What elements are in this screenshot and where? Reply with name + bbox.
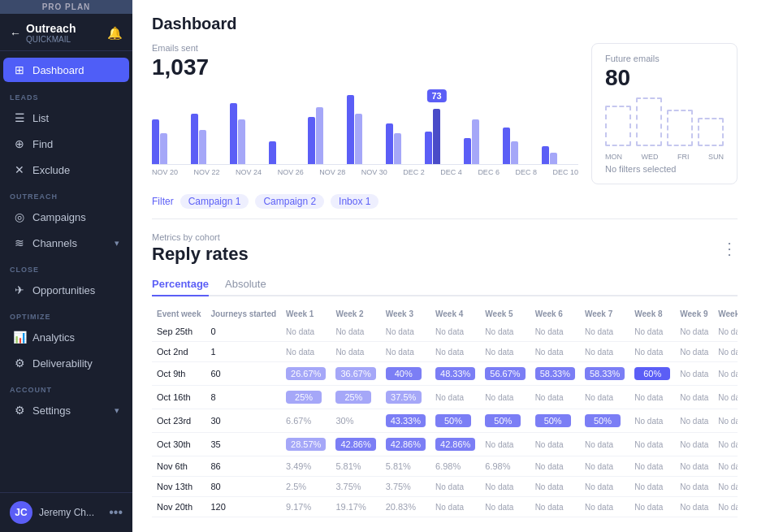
table-row: Oct 9th 60 26.67% 36.67% 40% 48.33% 56.6… <box>152 362 738 386</box>
cell-w5: 50% <box>480 409 530 433</box>
chart-label-dec6: DEC 6 <box>478 168 500 176</box>
filter-button[interactable]: Filter <box>152 196 174 207</box>
cell-w6: No data <box>530 433 580 456</box>
cell-journeys: 80 <box>205 477 281 497</box>
table-row: Oct 23rd 30 6.67% 30% 43.33% 50% 50% 50%… <box>152 409 738 433</box>
cell-w9: No data <box>675 456 713 477</box>
sidebar-item-label: Opportunities <box>32 284 95 296</box>
user-profile[interactable]: JC Jeremy Ch... ••• <box>0 492 132 532</box>
cell-w1: 3.49% <box>281 456 331 477</box>
future-label-wed: WED <box>641 153 658 161</box>
table-row: Oct 30th 35 28.57% 42.86% 42.86% 42.86% … <box>152 433 738 456</box>
cell-w7: No data <box>580 433 629 456</box>
cell-w2: 25% <box>331 386 380 409</box>
user-more-icon[interactable]: ••• <box>109 505 123 520</box>
bar <box>386 123 393 164</box>
filter-tag-inbox1[interactable]: Inbox 1 <box>331 194 378 209</box>
notification-bell-icon[interactable]: 🔔 <box>107 26 123 41</box>
opportunities-icon: ✈ <box>13 283 26 296</box>
emails-sent-value: 1,037 <box>152 54 578 80</box>
sidebar-item-label: Find <box>32 138 53 150</box>
bar-group-dec8 <box>503 128 539 164</box>
sidebar-item-label: Channels <box>32 237 77 249</box>
chart-label-nov24: NOV 24 <box>236 168 262 176</box>
chart-label-dec4: DEC 4 <box>440 168 462 176</box>
sidebar-item-find[interactable]: ⊕ Find <box>3 132 129 156</box>
cell-w5: 56.67% <box>480 362 530 386</box>
chart-label-dec8: DEC 8 <box>515 168 537 176</box>
sidebar-item-label: Dashboard <box>32 64 84 76</box>
cell-w2: 36.67% <box>331 362 380 386</box>
bar <box>238 119 245 164</box>
sidebar-section-account: ACCOUNT <box>0 376 132 397</box>
cell-w8: No data <box>629 342 675 362</box>
pro-badge: PRO PLAN <box>0 0 132 14</box>
cell-w4: 48.33% <box>430 362 480 386</box>
dashboard-icon: ⊞ <box>13 63 26 76</box>
tab-absolute[interactable]: Absolute <box>225 273 266 296</box>
sidebar-item-opportunities[interactable]: ✈ Opportunities <box>3 278 129 302</box>
cell-w7: No data <box>580 342 629 362</box>
cell-w8: No data <box>629 433 675 456</box>
sidebar-item-list[interactable]: ☰ List <box>3 106 129 130</box>
sidebar-item-exclude[interactable]: ✕ Exclude <box>3 158 129 182</box>
bar <box>355 114 362 164</box>
cell-w5: No data <box>480 386 530 409</box>
sidebar-item-channels[interactable]: ≋ Channels ▾ <box>3 231 129 255</box>
cell-week: Nov 6th <box>152 456 205 477</box>
sidebar-title: Outreach <box>26 22 76 35</box>
list-icon: ☰ <box>13 111 26 124</box>
cell-w4: 6.98% <box>430 456 480 477</box>
future-bar-fri <box>667 110 693 146</box>
future-label-fri: FRI <box>677 153 690 161</box>
filter-tag-campaign1[interactable]: Campaign 1 <box>180 194 249 209</box>
metrics-table-container[interactable]: Event week Journeys started Week 1 Week … <box>152 306 738 517</box>
cell-w3: No data <box>381 342 430 362</box>
bar <box>152 119 159 164</box>
table-row: Nov 6th 86 3.49% 5.81% 5.81% 6.98% 6.98%… <box>152 456 738 477</box>
table-row: Sep 25th 0 No data No data No data No da… <box>152 322 738 342</box>
bar <box>464 138 471 164</box>
filter-tag-campaign2[interactable]: Campaign 2 <box>255 194 324 209</box>
cell-w3: 42.86% <box>381 433 430 456</box>
cell-w4: 42.86% <box>430 433 480 456</box>
deliverability-icon: ⚙ <box>13 357 26 370</box>
bar <box>550 153 557 164</box>
sidebar-section-optimize: OPTIMIZE <box>0 303 132 324</box>
cell-w9: No data <box>675 409 713 433</box>
channels-icon: ≋ <box>13 236 26 249</box>
tab-percentage[interactable]: Percentage <box>152 273 209 296</box>
cell-w7: 58.33% <box>580 362 629 386</box>
cell-w5: No data <box>480 477 530 497</box>
sidebar-item-analytics[interactable]: 📊 Analytics <box>3 325 129 349</box>
metrics-label: Metrics by cohort <box>152 232 249 242</box>
sidebar-item-label: Deliverability <box>32 357 93 370</box>
cell-w7: No data <box>580 456 629 477</box>
cell-w7: No data <box>580 386 629 409</box>
back-button[interactable]: ← Outreach QUICKMAIL <box>10 22 76 44</box>
cell-w10: No data <box>713 386 738 409</box>
bar-group-nov22 <box>191 114 227 164</box>
col-w5: Week 5 <box>480 306 530 322</box>
cell-journeys: 30 <box>205 409 281 433</box>
col-w9: Week 9 <box>675 306 713 322</box>
sidebar-section-leads: LEADS <box>0 84 132 105</box>
future-label-sun: SUN <box>708 153 724 161</box>
sidebar-item-settings[interactable]: ⚙ Settings ▾ <box>3 398 129 422</box>
more-options-icon[interactable]: ⋮ <box>721 239 738 258</box>
cell-w1: 26.67% <box>281 362 331 386</box>
sidebar-item-deliverability[interactable]: ⚙ Deliverability <box>3 351 129 375</box>
sidebar-section-close: CLOSE <box>0 256 132 277</box>
col-event-week: Event week <box>152 306 205 322</box>
sidebar-item-label: List <box>32 112 49 124</box>
cell-w10: No data <box>713 456 738 477</box>
sidebar-item-campaigns[interactable]: ◎ Campaigns <box>3 205 129 229</box>
cell-week: Oct 23rd <box>152 409 205 433</box>
bar-group-dec2 <box>386 123 422 164</box>
bar-group-nov30 <box>347 95 383 164</box>
sidebar-header: ← Outreach QUICKMAIL 🔔 <box>0 14 132 51</box>
bar <box>316 107 323 164</box>
filters-row: Filter Campaign 1 Campaign 2 Inbox 1 <box>132 191 757 218</box>
sidebar-item-dashboard[interactable]: ⊞ Dashboard <box>3 58 129 82</box>
sidebar-item-label: Exclude <box>32 164 70 176</box>
